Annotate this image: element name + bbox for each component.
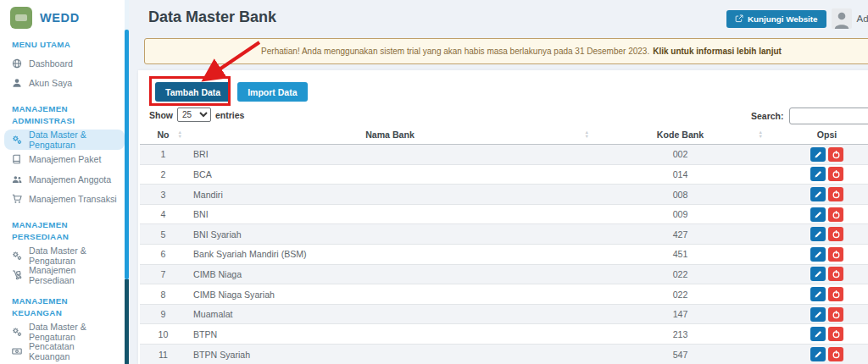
scrollbar-track-dark	[125, 279, 129, 364]
sidebar-item-manajemen-persediaan[interactable]: Manajemen Persediaan	[4, 266, 125, 286]
bank-code: 427	[593, 224, 767, 245]
row-number: 9	[140, 304, 186, 324]
sidebar-item-manajemen-anggota[interactable]: Manajemen Anggota	[4, 169, 125, 190]
search-input[interactable]	[789, 108, 868, 124]
sort-icon[interactable]: ▲▼	[759, 130, 763, 139]
sidebar-item-label: Manajemen Persediaan	[29, 265, 117, 285]
user-icon	[12, 78, 22, 88]
edit-button[interactable]	[810, 167, 826, 181]
row-actions	[774, 247, 868, 262]
edit-button[interactable]	[810, 227, 826, 241]
column-header-kode-bank[interactable]: Kode Bank▲▼	[593, 124, 767, 145]
power-off-icon	[832, 250, 841, 259]
sidebar-nav: MENU UTAMADashboardAkun SayaMANAJEMEN AD…	[0, 34, 129, 364]
table-row: 5 BNI Syariah 427	[140, 224, 868, 245]
username[interactable]: Administrator	[857, 14, 868, 24]
column-header-nama-bank[interactable]: Nama Bank▲▼	[186, 124, 593, 145]
edit-button[interactable]	[810, 207, 826, 222]
search-label: Search:	[751, 111, 784, 121]
delete-button[interactable]	[828, 287, 843, 301]
edit-button[interactable]	[810, 307, 826, 322]
sidebar-item-pencatatan-keuangan[interactable]: Pencatatan Keuangan	[4, 342, 125, 362]
row-actions	[774, 287, 868, 301]
power-off-icon	[832, 190, 841, 199]
delete-button[interactable]	[828, 167, 843, 181]
edit-button[interactable]	[810, 247, 826, 262]
page-size-select[interactable]: 25	[177, 108, 211, 122]
sidebar-section: MANAJEMEN PERSEDIAANData Master & Pengat…	[0, 219, 129, 285]
bank-name: BNI	[186, 204, 593, 224]
sidebar-item-data-master-pengaturan[interactable]: Data Master & Pengaturan	[4, 245, 125, 266]
power-off-icon	[832, 210, 841, 219]
power-off-icon	[832, 169, 841, 179]
bank-code: 147	[593, 304, 767, 324]
row-actions	[774, 307, 868, 322]
scrollbar-thumb[interactable]	[125, 30, 129, 279]
avatar[interactable]	[832, 8, 852, 29]
globe-icon	[12, 58, 22, 69]
add-data-button[interactable]: Tambah Data	[155, 82, 231, 102]
content-card: Tambah Data Import Data Show 25 entries …	[138, 70, 868, 364]
column-header-no[interactable]: No▲▼	[140, 124, 186, 145]
brand[interactable]: WEDD	[0, 0, 129, 34]
dolly-icon	[12, 270, 22, 280]
alert-link[interactable]: Klik untuk informasi lebih lanjut	[653, 47, 782, 56]
sidebar-item-manajemen-transaksi[interactable]: Manajemen Transaksi	[4, 190, 125, 210]
sort-icon[interactable]: ▲▼	[585, 130, 589, 139]
table-row: 3 Mandiri 008	[140, 185, 868, 205]
table-row: 7 CIMB Niaga 022	[140, 264, 868, 284]
cart-icon	[12, 194, 22, 204]
delete-button[interactable]	[828, 247, 843, 262]
delete-button[interactable]	[828, 327, 843, 341]
money-icon	[12, 346, 22, 356]
pencil-icon	[814, 269, 823, 279]
row-actions	[774, 267, 868, 281]
table-row: 4 BNI 009	[140, 204, 868, 224]
delete-button[interactable]	[828, 307, 843, 322]
row-actions	[774, 167, 868, 181]
row-number: 11	[140, 345, 186, 364]
bank-name: Muamalat	[186, 304, 593, 324]
delete-button[interactable]	[828, 187, 843, 201]
bank-code: 022	[593, 264, 767, 284]
edit-button[interactable]	[810, 147, 826, 162]
delete-button[interactable]	[828, 267, 843, 281]
sidebar-scrollbar[interactable]	[125, 0, 129, 364]
pencil-icon	[814, 250, 823, 259]
sidebar-item-akun-saya[interactable]: Akun Saya	[4, 74, 125, 94]
table-row: 8 CIMB Niaga Syariah 022	[140, 284, 868, 305]
edit-button[interactable]	[810, 267, 826, 281]
sidebar-item-dashboard[interactable]: Dashboard	[4, 53, 125, 74]
sidebar-item-data-master-pengaturan[interactable]: Data Master & Pengaturan	[4, 322, 125, 342]
table-controls: Show 25 entries Search:	[138, 108, 868, 124]
brand-logo-icon	[10, 7, 32, 29]
sort-icon[interactable]: ▲▼	[178, 130, 182, 139]
visit-website-button[interactable]: Kunjungi Website	[726, 10, 826, 28]
delete-button[interactable]	[828, 347, 843, 361]
row-number: 6	[140, 245, 186, 265]
sidebar: WEDD MENU UTAMADashboardAkun SayaMANAJEM…	[0, 0, 129, 364]
bank-name: BTPN Syariah	[186, 345, 593, 364]
gears-icon	[12, 251, 22, 261]
row-number: 10	[140, 324, 186, 345]
bank-code: 022	[593, 284, 767, 305]
edit-button[interactable]	[810, 287, 826, 301]
sidebar-item-manajemen-paket[interactable]: Manajemen Paket	[4, 150, 125, 170]
column-header-opsi: Opsi	[767, 124, 868, 145]
import-data-button[interactable]: Import Data	[237, 82, 307, 102]
edit-button[interactable]	[810, 187, 826, 201]
sidebar-item-data-master-pengaturan[interactable]: Data Master & Pengaturan	[4, 130, 125, 150]
power-off-icon	[832, 290, 841, 299]
bank-code: 008	[593, 185, 767, 205]
delete-button[interactable]	[828, 227, 843, 241]
delete-button[interactable]	[828, 207, 843, 222]
delete-button[interactable]	[828, 147, 843, 162]
edit-button[interactable]	[810, 327, 826, 341]
bank-name: Bank Syariah Mandiri (BSM)	[186, 245, 593, 265]
power-off-icon	[832, 329, 841, 339]
gears-icon	[12, 251, 22, 261]
edit-button[interactable]	[810, 347, 826, 361]
row-number: 5	[140, 224, 186, 245]
pencil-icon	[814, 290, 823, 299]
sidebar-item-label: Data Master & Pengaturan	[29, 322, 117, 342]
